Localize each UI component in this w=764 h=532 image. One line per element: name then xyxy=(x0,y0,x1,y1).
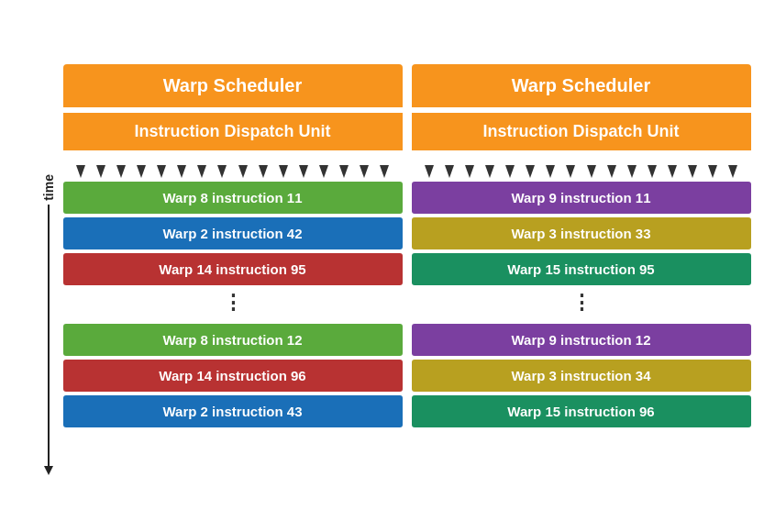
arrow-icon xyxy=(688,165,697,178)
arrow-icon xyxy=(360,165,369,178)
right-instructions-bottom: Warp 9 instruction 12 Warp 3 instruction… xyxy=(412,324,751,427)
arrow-icon xyxy=(708,165,717,178)
arrow-icon xyxy=(96,165,105,178)
instruction-box: Warp 15 instruction 96 xyxy=(412,395,751,427)
instruction-box: Warp 2 instruction 43 xyxy=(63,395,403,427)
arrow-icon xyxy=(485,165,494,178)
right-instructions-top: Warp 9 instruction 11 Warp 3 instruction… xyxy=(412,182,751,285)
arrow-icon xyxy=(339,165,349,178)
left-dispatch-header: Instruction Dispatch Unit xyxy=(63,113,403,150)
arrow-icon xyxy=(380,165,389,178)
instruction-box: Warp 3 instruction 34 xyxy=(412,360,751,392)
arrow-icon xyxy=(546,165,555,178)
arrow-icon xyxy=(445,165,454,178)
arrow-icon xyxy=(217,165,227,178)
instruction-box: Warp 2 instruction 42 xyxy=(63,217,403,249)
instruction-box: Warp 3 instruction 33 xyxy=(412,217,751,249)
arrow-icon xyxy=(607,165,616,178)
arrow-icon xyxy=(566,165,575,178)
columns-container: Warp Scheduler Instruction Dispatch Unit xyxy=(63,64,751,427)
arrow-icon xyxy=(465,165,474,178)
diagram-wrapper: time Warp Scheduler Instruction Dispatch… xyxy=(41,64,751,468)
arrow-icon xyxy=(319,165,328,178)
left-column: Warp Scheduler Instruction Dispatch Unit xyxy=(63,64,403,427)
time-axis: time xyxy=(41,174,56,468)
arrow-icon xyxy=(425,165,434,178)
instruction-box: Warp 8 instruction 12 xyxy=(63,324,403,356)
left-scheduler-header: Warp Scheduler xyxy=(63,64,403,107)
time-label: time xyxy=(41,174,56,201)
left-arrows-row xyxy=(63,150,403,178)
instruction-box: Warp 9 instruction 11 xyxy=(412,182,751,214)
right-scheduler-header: Warp Scheduler xyxy=(412,64,751,107)
instruction-box: Warp 14 instruction 96 xyxy=(63,360,403,392)
arrow-icon xyxy=(587,165,596,178)
arrow-icon xyxy=(238,165,248,178)
right-dots: ⋮ xyxy=(412,285,751,320)
arrow-icon xyxy=(728,165,737,178)
arrow-icon xyxy=(76,165,85,178)
instruction-box: Warp 15 instruction 95 xyxy=(412,253,751,285)
left-instructions-top: Warp 8 instruction 11 Warp 2 instruction… xyxy=(63,182,403,285)
arrow-icon xyxy=(279,165,288,178)
arrow-icon xyxy=(668,165,677,178)
instruction-box: Warp 14 instruction 95 xyxy=(63,253,403,285)
left-dots: ⋮ xyxy=(63,285,403,320)
arrow-icon xyxy=(648,165,657,178)
arrow-icon xyxy=(627,165,637,178)
arrow-icon xyxy=(137,165,146,178)
arrow-icon xyxy=(177,165,186,178)
time-arrow xyxy=(48,205,50,468)
arrow-icon xyxy=(299,165,308,178)
instruction-box: Warp 8 instruction 11 xyxy=(63,182,403,214)
left-instructions-bottom: Warp 8 instruction 12 Warp 14 instructio… xyxy=(63,324,403,427)
right-dispatch-header: Instruction Dispatch Unit xyxy=(412,113,751,150)
arrow-icon xyxy=(116,165,126,178)
instruction-box: Warp 9 instruction 12 xyxy=(412,324,751,356)
arrow-icon xyxy=(526,165,535,178)
arrow-icon xyxy=(197,165,206,178)
right-arrows-row xyxy=(412,150,751,178)
right-column: Warp Scheduler Instruction Dispatch Unit xyxy=(412,64,751,427)
arrow-icon xyxy=(259,165,268,178)
arrow-icon xyxy=(505,165,515,178)
arrow-icon xyxy=(157,165,166,178)
